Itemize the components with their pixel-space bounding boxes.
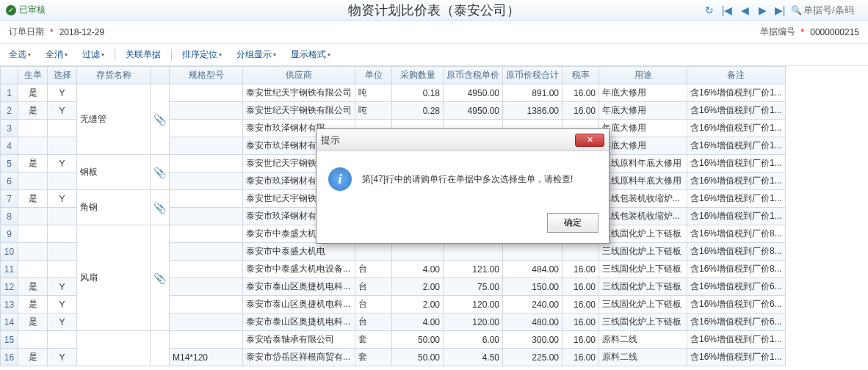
cell-shengdan[interactable] bbox=[18, 120, 48, 137]
cell-spec[interactable] bbox=[170, 120, 243, 137]
cell-xuanze[interactable] bbox=[48, 137, 77, 155]
cell-unit[interactable]: 吨 bbox=[355, 102, 392, 120]
cell-supplier[interactable]: 泰安市泰山区奥捷机电科... bbox=[243, 296, 355, 313]
cell-use[interactable]: 原料二线 bbox=[599, 331, 687, 349]
attachment-icon[interactable]: 📎 bbox=[151, 190, 170, 225]
deselect-all-action[interactable]: 全消▾ bbox=[40, 47, 73, 62]
cell-unit[interactable]: 台 bbox=[355, 296, 392, 313]
cell-total[interactable]: 240.00 bbox=[503, 296, 563, 313]
cell-shengdan[interactable] bbox=[18, 208, 48, 225]
attachment-icon[interactable] bbox=[151, 331, 170, 366]
cell-supplier[interactable]: 泰安市泰山区奥捷机电科... bbox=[243, 278, 355, 296]
cell-shengdan[interactable] bbox=[18, 225, 48, 243]
cell-use[interactable]: 二线包装机收缩炉... bbox=[599, 208, 687, 225]
cell-unitprice[interactable]: 4950.00 bbox=[444, 102, 503, 120]
next-icon[interactable]: ▶ bbox=[756, 4, 769, 17]
cell-total[interactable] bbox=[503, 243, 563, 261]
cell-spec[interactable] bbox=[170, 208, 243, 225]
cell-total[interactable]: 480.00 bbox=[503, 313, 563, 331]
col-use[interactable]: 用途 bbox=[599, 67, 687, 84]
cell-supplier[interactable]: 泰安市泰山区奥捷机电科... bbox=[243, 313, 355, 331]
cell-unitprice[interactable]: 4950.00 bbox=[444, 84, 503, 102]
table-row[interactable]: 15泰安哈泰轴承有限公司套50.006.00300.0016.00原料二线含16… bbox=[1, 331, 786, 349]
last-icon[interactable]: ▶| bbox=[773, 4, 786, 17]
cell-xuanze[interactable]: Y bbox=[48, 155, 77, 173]
cell-unitprice[interactable]: 6.00 bbox=[444, 331, 503, 349]
cell-remark[interactable]: 含16%增值税到厂价1... bbox=[687, 84, 786, 102]
cell-unit[interactable]: 吨 bbox=[355, 84, 392, 102]
cell-total[interactable]: 484.00 bbox=[503, 261, 563, 278]
doc-no-value[interactable]: 0000000215 bbox=[810, 27, 859, 37]
cell-xuanze[interactable]: Y bbox=[48, 296, 77, 313]
cell-material-name[interactable]: 风扇 bbox=[77, 225, 151, 331]
ok-button[interactable]: 确定 bbox=[547, 213, 598, 233]
cell-supplier[interactable]: 泰安市岱岳区祥根商贸有... bbox=[243, 349, 355, 366]
cell-shengdan[interactable] bbox=[18, 331, 48, 349]
display-action[interactable]: 显示格式▾ bbox=[285, 47, 336, 62]
cell-qty[interactable]: 4.00 bbox=[392, 261, 444, 278]
cell-use[interactable]: 三线固化炉上下链板 bbox=[599, 296, 687, 313]
group-action[interactable]: 分组显示▾ bbox=[231, 47, 282, 62]
cell-tax[interactable] bbox=[563, 243, 599, 261]
cell-tax[interactable]: 16.00 bbox=[563, 102, 599, 120]
cell-use[interactable]: 三线固化炉上下链板 bbox=[599, 261, 687, 278]
col-gongying[interactable]: 供应商 bbox=[243, 67, 355, 84]
cell-shengdan[interactable] bbox=[18, 243, 48, 261]
cell-shengdan[interactable]: 是 bbox=[18, 278, 48, 296]
cell-use[interactable]: 二线包装机收缩炉... bbox=[599, 190, 687, 208]
cell-supplier[interactable]: 泰安市中泰盛大机电设备... bbox=[243, 261, 355, 278]
cell-xuanze[interactable]: Y bbox=[48, 190, 77, 208]
cell-total[interactable]: 300.00 bbox=[503, 331, 563, 349]
cell-shengdan[interactable] bbox=[18, 137, 48, 155]
col-xuanze[interactable]: 选择 bbox=[48, 67, 77, 84]
cell-qty[interactable] bbox=[392, 243, 444, 261]
cell-spec[interactable] bbox=[170, 296, 243, 313]
cell-tax[interactable]: 16.00 bbox=[563, 278, 599, 296]
cell-supplier[interactable]: 泰安世纪天宇钢铁有限公司 bbox=[243, 102, 355, 120]
cell-total[interactable]: 1386.00 bbox=[503, 102, 563, 120]
col-rownum[interactable] bbox=[1, 67, 18, 84]
search-input[interactable] bbox=[803, 4, 862, 15]
cell-xuanze[interactable]: Y bbox=[48, 313, 77, 331]
cell-unitprice[interactable]: 4.50 bbox=[444, 349, 503, 366]
col-danwei[interactable]: 单位 bbox=[355, 67, 392, 84]
cell-use[interactable]: 年底大修用 bbox=[599, 84, 687, 102]
cell-unitprice[interactable]: 120.00 bbox=[444, 296, 503, 313]
search-icon[interactable]: 🔍 bbox=[791, 5, 802, 15]
cell-use[interactable]: 三线固化炉上下链板 bbox=[599, 313, 687, 331]
cell-shengdan[interactable]: 是 bbox=[18, 190, 48, 208]
attachment-icon[interactable]: 📎 bbox=[151, 84, 170, 155]
cell-remark[interactable]: 含16%增值税到厂价1... bbox=[687, 102, 786, 120]
cell-tax[interactable]: 16.00 bbox=[563, 261, 599, 278]
cell-spec[interactable] bbox=[170, 278, 243, 296]
cell-spec[interactable] bbox=[170, 102, 243, 120]
col-remark[interactable]: 备注 bbox=[687, 67, 786, 84]
cell-xuanze[interactable] bbox=[48, 208, 77, 225]
col-shengdan[interactable]: 生单 bbox=[18, 67, 48, 84]
cell-supplier[interactable]: 泰安市中泰盛大机电 bbox=[243, 243, 355, 261]
cell-total[interactable]: 225.00 bbox=[503, 349, 563, 366]
cell-tax[interactable]: 16.00 bbox=[563, 84, 599, 102]
cell-unitprice[interactable] bbox=[444, 243, 503, 261]
cell-xuanze[interactable] bbox=[48, 225, 77, 243]
cell-xuanze[interactable] bbox=[48, 120, 77, 137]
col-qty[interactable]: 采购数量 bbox=[392, 67, 444, 84]
sort-action[interactable]: 排序定位▾ bbox=[176, 47, 228, 62]
cell-total[interactable]: 150.00 bbox=[503, 278, 563, 296]
col-tax[interactable]: 税率 bbox=[563, 67, 599, 84]
cell-use[interactable]: 三线固化炉上下链板 bbox=[599, 278, 687, 296]
cell-xuanze[interactable]: Y bbox=[48, 84, 77, 102]
cell-spec[interactable] bbox=[170, 331, 243, 349]
cell-material-name[interactable]: 角钢 bbox=[77, 190, 151, 225]
cell-shengdan[interactable]: 是 bbox=[18, 349, 48, 366]
close-icon[interactable]: ✕ bbox=[575, 134, 604, 147]
table-row[interactable]: 1是Y无缝管📎泰安世纪天宇钢铁有限公司吨0.184950.00891.0016.… bbox=[1, 84, 786, 102]
cell-unitprice[interactable]: 121.00 bbox=[444, 261, 503, 278]
cell-total[interactable]: 891.00 bbox=[503, 84, 563, 102]
cell-material-name[interactable]: 无缝管 bbox=[77, 84, 151, 155]
cell-use[interactable]: 年底大修用 bbox=[599, 102, 687, 120]
cell-unit[interactable]: 套 bbox=[355, 331, 392, 349]
col-unitprice[interactable]: 原币含税单价 bbox=[444, 67, 503, 84]
cell-remark[interactable]: 含16%增值税到厂价6... bbox=[687, 296, 786, 313]
cell-use[interactable]: 二线原料年底大修用 bbox=[599, 173, 687, 190]
